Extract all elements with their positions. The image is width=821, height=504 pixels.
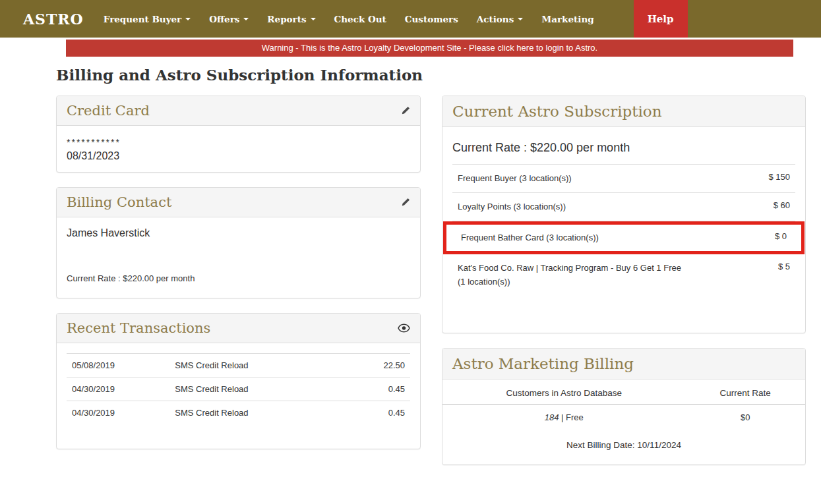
subscription-current-rate: Current Rate : $220.00 per month	[452, 137, 795, 165]
table-row: 04/30/2019 SMS Credit Reload 0.45	[67, 401, 410, 425]
rate-value-cell: $0	[686, 405, 806, 430]
subscription-item-price: $ 60	[774, 200, 790, 210]
nav-item-frequent-buyer[interactable]: Frequent Buyer	[94, 0, 200, 38]
marketing-billing-panel: Astro Marketing Billing Customers in Ast…	[442, 348, 806, 465]
recent-transactions-header: Recent Transactions	[57, 314, 420, 343]
nav-item-offers[interactable]: Offers	[200, 0, 258, 38]
nav-label: Check Out	[334, 14, 386, 24]
warning-text: Warning - This is the Astro Loyalty Deve…	[262, 43, 597, 53]
transaction-amount: 0.45	[334, 378, 410, 401]
page-title: Billing and Astro Subscription Informati…	[56, 66, 806, 84]
transaction-description: SMS Credit Reload	[169, 378, 334, 401]
nav-label: Marketing	[541, 14, 593, 24]
subscription-body: Current Rate : $220.00 per month Frequen…	[442, 127, 805, 333]
card-number-masked: ***********	[67, 137, 410, 148]
credit-card-title: Credit Card	[67, 103, 150, 119]
customers-column-header: Customers in Astro Database	[442, 379, 686, 405]
subscription-item-row: Loyalty Points (3 location(s)) $ 60	[452, 193, 795, 221]
nav-item-check-out[interactable]: Check Out	[325, 0, 396, 38]
pencil-icon	[401, 198, 410, 207]
pencil-icon	[401, 106, 410, 115]
marketing-billing-header: Astro Marketing Billing	[442, 349, 805, 379]
caret-down-icon	[185, 18, 191, 20]
transaction-date: 05/08/2019	[67, 354, 169, 378]
transaction-description: SMS Credit Reload	[169, 401, 334, 425]
billing-contact-rate: Current Rate : $220.00 per month	[67, 273, 410, 283]
subscription-item-price: $ 5	[778, 262, 790, 271]
navbar-menu: Frequent Buyer Offers Reports Check Out …	[94, 0, 603, 38]
left-column: Credit Card *********** 08/31/2023 Billi…	[56, 96, 421, 480]
nav-item-actions[interactable]: Actions	[468, 0, 532, 38]
table-row: 04/30/2019 SMS Credit Reload 0.45	[67, 378, 410, 401]
billing-contact-title: Billing Contact	[67, 194, 171, 210]
nav-label: Offers	[209, 14, 239, 24]
main-content: Billing and Astro Subscription Informati…	[56, 66, 806, 480]
subscription-header: Current Astro Subscription	[442, 96, 805, 127]
recent-transactions-body: 05/08/2019 SMS Credit Reload 22.50 04/30…	[57, 343, 420, 449]
table-row: 05/08/2019 SMS Credit Reload 22.50	[67, 354, 410, 378]
subscription-item-price: $ 0	[775, 231, 787, 241]
table-header-row: Customers in Astro Database Current Rate	[442, 379, 805, 405]
top-navbar: ASTRO Frequent Buyer Offers Reports Chec…	[0, 0, 821, 38]
billing-contact-name: James Haverstick	[67, 227, 410, 239]
subscription-item-name: Frequent Buyer (3 location(s))	[458, 172, 684, 185]
customers-count: 184	[545, 412, 559, 422]
recent-transactions-title: Recent Transactions	[67, 320, 210, 336]
nav-label: Actions	[477, 14, 514, 24]
help-button[interactable]: Help	[634, 0, 688, 38]
transaction-amount: 0.45	[334, 401, 410, 425]
next-billing-date: Next Billing Date: 10/11/2024	[442, 440, 805, 455]
credit-card-body: *********** 08/31/2023	[57, 126, 420, 172]
marketing-billing-table: Customers in Astro Database Current Rate…	[442, 379, 805, 430]
edit-billing-contact-button[interactable]	[401, 198, 410, 207]
subscription-item-name: Loyalty Points (3 location(s))	[458, 200, 684, 213]
billing-contact-body: James Haverstick Current Rate : $220.00 …	[57, 217, 420, 298]
nav-item-reports[interactable]: Reports	[258, 0, 324, 38]
transaction-description: SMS Credit Reload	[169, 354, 334, 378]
nav-item-customers[interactable]: Customers	[396, 0, 468, 38]
subscription-item-row-highlighted: Frequent Bather Card (3 location(s)) $ 0	[443, 221, 805, 254]
nav-item-marketing[interactable]: Marketing	[532, 0, 603, 38]
nav-label: Reports	[267, 14, 306, 24]
eye-icon	[398, 323, 410, 333]
caret-down-icon	[518, 18, 523, 20]
subscription-panel: Current Astro Subscription Current Rate …	[442, 96, 806, 333]
rate-column-header: Current Rate	[686, 379, 806, 405]
warning-banner[interactable]: Warning - This is the Astro Loyalty Deve…	[66, 40, 793, 57]
customers-value-cell: 184 | Free	[442, 405, 686, 430]
subscription-title: Current Astro Subscription	[452, 103, 662, 120]
table-row: 184 | Free $0	[442, 405, 805, 430]
subscription-item-row: Kat's Food Co. Raw | Tracking Program - …	[452, 254, 795, 295]
brand-logo[interactable]: ASTRO	[0, 0, 94, 38]
subscription-item-name: Kat's Food Co. Raw | Tracking Program - …	[458, 262, 684, 288]
right-column: Current Astro Subscription Current Rate …	[442, 96, 806, 480]
credit-card-panel: Credit Card *********** 08/31/2023	[56, 96, 421, 173]
credit-card-header: Credit Card	[57, 96, 420, 126]
view-transactions-button[interactable]	[398, 323, 410, 333]
billing-contact-header: Billing Contact	[57, 188, 420, 217]
transaction-date: 04/30/2019	[67, 401, 169, 425]
transaction-date: 04/30/2019	[67, 378, 169, 401]
nav-label: Frequent Buyer	[104, 14, 181, 24]
subscription-item-row: Frequent Buyer (3 location(s)) $ 150	[452, 165, 795, 193]
card-expiration: 08/31/2023	[67, 150, 410, 162]
edit-credit-card-button[interactable]	[401, 106, 410, 115]
billing-contact-panel: Billing Contact James Haverstick Current…	[56, 187, 421, 298]
caret-down-icon	[243, 18, 249, 20]
subscription-item-name: Frequent Bather Card (3 location(s))	[461, 231, 683, 244]
transactions-table: 05/08/2019 SMS Credit Reload 22.50 04/30…	[67, 353, 410, 424]
subscription-item-price: $ 150	[768, 172, 790, 182]
nav-label: Customers	[405, 14, 458, 24]
caret-down-icon	[311, 18, 316, 20]
marketing-billing-title: Astro Marketing Billing	[452, 355, 634, 372]
transaction-amount: 22.50	[334, 354, 410, 378]
recent-transactions-panel: Recent Transactions 05/08/2019 SMS Credi…	[56, 313, 421, 449]
marketing-billing-body: Customers in Astro Database Current Rate…	[442, 379, 805, 464]
customers-plan: | Free	[559, 412, 583, 422]
